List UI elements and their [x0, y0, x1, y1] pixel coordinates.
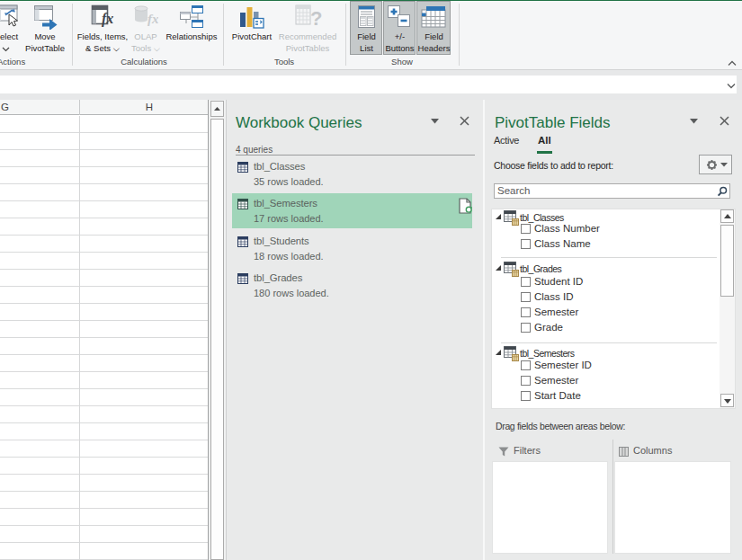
svg-text:fx: fx	[148, 12, 158, 26]
svg-text:fx: fx	[102, 11, 113, 27]
svg-text:?: ?	[310, 7, 322, 29]
